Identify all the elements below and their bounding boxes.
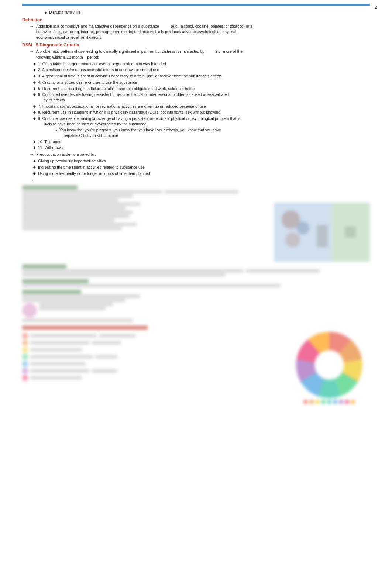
dsm-items-list: ◆ 1. Often taken in larger amounts or ov…: [33, 61, 370, 151]
dsm-item-8: ◆ 8. Recurrent use in situations in whic…: [33, 110, 370, 115]
diamond-icon-6: ◆: [33, 93, 36, 96]
preoccupation-arrow-icon: →: [30, 152, 34, 157]
dsm-item-text-4: 4. Craving or a strong desire or urge to…: [38, 80, 370, 85]
dsm-item-text-2: 2. A persistent desire or unsuccessful e…: [38, 67, 370, 73]
dsm-item-text-7: 7. Important social, occupational, or re…: [38, 104, 370, 109]
diamond-icon-9: ◆: [33, 117, 36, 120]
definition-arrow-item: → Addiction is a compulsive and maladapt…: [30, 24, 370, 41]
dsm-item-11: ◆ 11. Withdrawal: [33, 145, 370, 151]
circle-chart: [296, 332, 362, 398]
dsm-item-2: ◆ 2. A persistent desire or unsuccessful…: [33, 67, 370, 73]
dsm-item-9: ◆ 9. Continue use despite having knowled…: [33, 116, 370, 127]
dsm-item-3: ◆ 3. A great deal of time is spent in ac…: [33, 73, 370, 79]
top-blue-bar: [22, 4, 370, 6]
diamond-icon-7: ◆: [33, 104, 36, 108]
diamond-icon-5: ◆: [33, 87, 36, 90]
diamond-icon-1: ◆: [33, 62, 36, 66]
preoccupation-text: Preoccupation is demonstrated by:: [36, 152, 370, 157]
def-text-2: behavior (e.g., gambling, internet, porn…: [36, 30, 237, 34]
preoc-item-1: ◆ Giving up previously important activit…: [33, 158, 370, 164]
diamond-preoc-icon-1: ◆: [33, 159, 36, 163]
dsm-item-text-10: 10. Tolerance: [38, 139, 370, 145]
diamond-icon-11: ◆: [33, 146, 36, 149]
dsm-item-text-3: 3. A great deal of time is spent in acti…: [38, 73, 370, 79]
page-container: 2 ◆ Disrupts family life Definition → Ad…: [0, 0, 392, 414]
dsm-item-10: ◆ 10. Tolerance: [33, 139, 370, 145]
bullet-icon: ●: [55, 128, 57, 132]
sub-bullet-text: You know that you're pregnant, you know …: [59, 127, 370, 138]
disrupts-line: ◆ Disrupts family life: [44, 10, 370, 15]
preoc-item-2: ◆ Increasing the time spent in activitie…: [33, 165, 370, 170]
definition-heading: Definition: [22, 17, 370, 23]
diamond-preoc-icon-2: ◆: [33, 165, 36, 169]
disrupts-text: Disrupts family life: [49, 10, 370, 15]
sub-bullet-item: ● You know that you're pregnant, you kno…: [55, 127, 370, 138]
def-text-1: Addiction is a compulsive and maladaptiv…: [36, 24, 252, 28]
arrow-icon: →: [30, 24, 34, 29]
diamond-icon-10: ◆: [33, 140, 36, 144]
dsm-item-4: ◆ 4. Craving or a strong desire or urge …: [33, 80, 370, 85]
dsm-item-text-1: 1. Often taken in larger amounts or over…: [38, 61, 370, 67]
preoc-item-3: ◆ Using more frequently or for longer am…: [33, 171, 370, 176]
dsm-item-6: ◆ 6. Continued use despite having persis…: [33, 92, 370, 103]
dsm-heading: DSM - 5 Diagnostic Criteria: [22, 42, 370, 48]
empty-arrow-item: →: [30, 177, 370, 183]
preoc-text-1: Giving up previously important activitie…: [38, 158, 370, 164]
preoccupation-list: ◆ Giving up previously important activit…: [33, 158, 370, 176]
definition-text: Addiction is a compulsive and maladaptiv…: [36, 24, 370, 41]
dsm-item-text-8: 8. Recurrent use in situations in which …: [38, 110, 370, 115]
page-number: 2: [375, 4, 377, 10]
dsm-item-text-6: 6. Continued use despite having persiste…: [38, 92, 370, 103]
diamond-bullet-icon: ◆: [44, 11, 47, 14]
preoccupation-arrow-item: → Preoccupation is demonstrated by:: [30, 152, 370, 157]
dsm-item-1: ◆ 1. Often taken in larger amounts or ov…: [33, 61, 370, 67]
blurred-content-section: [22, 186, 370, 404]
dsm-item-5: ◆ 5. Recurrent use resulting in a failur…: [33, 86, 370, 92]
dsm-item-text-11: 11. Withdrawal: [38, 145, 370, 151]
diamond-icon-3: ◆: [33, 74, 36, 78]
dsm-item-text-5: 5. Recurrent use resulting in a failure …: [38, 86, 370, 92]
dsm-arrow-icon: →: [30, 49, 34, 54]
def-text-3: economic, social or legal ramifications: [36, 35, 102, 39]
diamond-icon-8: ◆: [33, 110, 36, 114]
dsm-item-text-9: 9. Continue use despite having knowledge…: [38, 116, 370, 127]
preoc-text-3: Using more frequently or for longer amou…: [38, 171, 370, 176]
diamond-icon-4: ◆: [33, 80, 36, 84]
dsm-arrow-item: → A problematic pattern of use leading t…: [30, 49, 370, 60]
preoc-text-2: Increasing the time spent in activities …: [38, 165, 370, 170]
empty-arrow-icon: →: [30, 177, 34, 183]
diamond-icon-2: ◆: [33, 68, 36, 72]
dsm-intro-text: A problematic pattern of use leading to …: [36, 49, 370, 60]
diamond-preoc-icon-3: ◆: [33, 172, 36, 175]
dsm-item-7: ◆ 7. Important social, occupational, or …: [33, 104, 370, 109]
